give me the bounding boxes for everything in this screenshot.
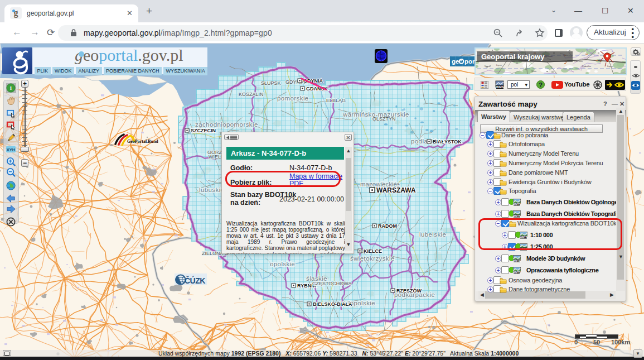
svg-text:mazowieckie: mazowieckie bbox=[360, 181, 397, 188]
svg-text:opolskie: opolskie bbox=[270, 261, 295, 267]
svg-text:KIELCE: KIELCE bbox=[364, 248, 382, 254]
svg-text:SŁUPSK: SŁUPSK bbox=[261, 80, 281, 86]
svg-text:i: i bbox=[10, 85, 12, 91]
svg-text:CZĘSTOCHOWA: CZĘSTOCHOWA bbox=[312, 281, 352, 286]
svg-text:ELBLĄG: ELBLĄG bbox=[326, 98, 346, 103]
svg-text:świętokrzyskie: świętokrzyskie bbox=[350, 255, 395, 262]
svg-text:WMTS: WMTS bbox=[513, 271, 521, 274]
svg-text:WMTS: WMTS bbox=[513, 203, 521, 206]
svg-text:zachodniopomorskie: zachodniopomorskie bbox=[195, 121, 258, 128]
svg-text:SZCZECIN: SZCZECIN bbox=[191, 128, 216, 133]
svg-text:lubelskie: lubelskie bbox=[419, 231, 446, 238]
svg-text:lubuskie: lubuskie bbox=[199, 186, 224, 193]
svg-text:pomorskie: pomorskie bbox=[277, 95, 309, 102]
svg-text:WARSZAWA: WARSZAWA bbox=[376, 186, 416, 194]
svg-text:RADOM: RADOM bbox=[378, 223, 397, 229]
svg-text:BIAŁYSTOK: BIAŁYSTOK bbox=[433, 139, 462, 145]
svg-text:ČÚZK: ČÚZK bbox=[185, 276, 205, 285]
svg-text:KOSZALIN: KOSZALIN bbox=[239, 92, 264, 97]
svg-text:OLSZTYN: OLSZTYN bbox=[372, 116, 396, 122]
svg-text:WMTS: WMTS bbox=[513, 215, 521, 218]
svg-text:GeoPortal.Bund: GeoPortal.Bund bbox=[127, 139, 158, 144]
svg-text:RZESZÓW: RZESZÓW bbox=[396, 287, 422, 294]
svg-text:XYH: XYH bbox=[7, 147, 16, 152]
svg-text:WMS: WMS bbox=[496, 85, 504, 89]
svg-text:BIELSKO-BIAŁA: BIELSKO-BIAŁA bbox=[313, 301, 352, 307]
svg-text:ge: ge bbox=[452, 58, 459, 65]
svg-text:WMTS: WMTS bbox=[513, 260, 521, 262]
